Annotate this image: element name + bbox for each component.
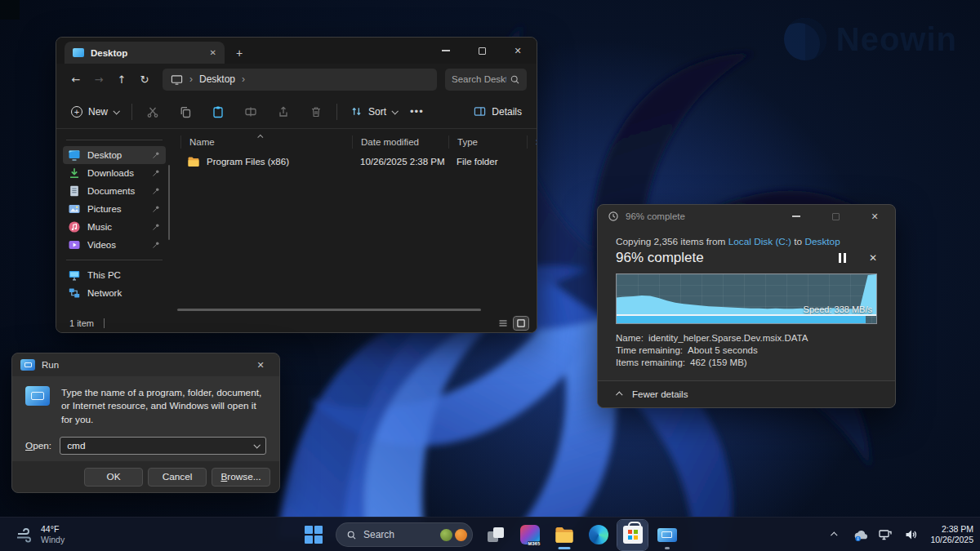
- chevron-right-icon: ›: [189, 73, 193, 85]
- store-icon: [623, 526, 643, 544]
- open-input[interactable]: [67, 440, 254, 451]
- tab-desktop[interactable]: Desktop ✕: [65, 42, 225, 64]
- share-button[interactable]: [271, 100, 296, 123]
- search-icon: [346, 530, 357, 540]
- sidebar-item-videos[interactable]: Videos: [63, 236, 166, 254]
- network-icon[interactable]: [876, 526, 894, 544]
- large-icons-view-button[interactable]: [514, 317, 528, 330]
- source-link[interactable]: Local Disk (C:): [728, 236, 791, 247]
- pin-icon: [151, 222, 161, 232]
- close-button[interactable]: ✕: [507, 41, 528, 60]
- new-button[interactable]: + New: [66, 103, 123, 121]
- explorer-toolbar: + New Sort ••• Details: [56, 95, 537, 129]
- start-button[interactable]: [298, 520, 328, 550]
- m365-copilot-button[interactable]: M365: [514, 520, 545, 550]
- minimize-button[interactable]: [786, 207, 807, 226]
- sidebar-item-desktop[interactable]: Desktop: [63, 146, 166, 164]
- new-tab-button[interactable]: +: [236, 47, 243, 60]
- desktop-screen: Neowin Desktop ✕ + ✕ ← → ↑ ↻ › De: [0, 0, 980, 551]
- sidebar-item-label: Desktop: [87, 150, 145, 160]
- run-dialog-title-bar[interactable]: Run ✕: [12, 353, 279, 376]
- details-pane-button[interactable]: Details: [469, 102, 527, 121]
- column-header-type[interactable]: Type: [448, 136, 527, 149]
- sidebar-item-label: Documents: [87, 186, 145, 196]
- volume-icon[interactable]: [902, 526, 920, 544]
- onedrive-icon[interactable]: [851, 526, 869, 544]
- more-options-button[interactable]: •••: [410, 105, 424, 118]
- file-list-area: Name Date modified Type Size Program Fil…: [171, 129, 537, 314]
- cancel-button[interactable]: Cancel: [148, 468, 207, 487]
- toolbar-divider: [131, 104, 132, 120]
- sidebar-item-this-pc[interactable]: This PC: [63, 266, 166, 284]
- back-button[interactable]: ←: [66, 69, 86, 89]
- maximize-button[interactable]: [471, 41, 492, 60]
- sidebar-item-music[interactable]: Music: [63, 218, 166, 236]
- sidebar-item-downloads[interactable]: Downloads: [63, 164, 166, 182]
- browse-button[interactable]: Browse...: [212, 468, 270, 487]
- paste-button[interactable]: [206, 100, 230, 123]
- forward-button[interactable]: →: [89, 69, 109, 89]
- file-date-modified: 10/26/2025 2:38 PM: [352, 157, 448, 167]
- tab-close-icon[interactable]: ✕: [210, 48, 216, 57]
- search-input[interactable]: [452, 74, 506, 84]
- details-view-button[interactable]: [496, 317, 510, 330]
- clock-date: 10/26/2025: [930, 535, 973, 545]
- open-combobox[interactable]: [60, 437, 266, 455]
- sidebar-scrollbar[interactable]: [168, 165, 170, 240]
- neowin-logo-icon: [784, 18, 826, 60]
- explorer-status-bar: 1 item: [56, 314, 537, 332]
- delete-button[interactable]: [304, 100, 328, 123]
- column-header-date-modified[interactable]: Date modified: [352, 136, 448, 149]
- plus-icon: +: [71, 106, 82, 118]
- pin-icon: [151, 240, 161, 250]
- weather-widget[interactable]: 44°F Windy: [10, 518, 69, 551]
- explorer-sidebar: DesktopDownloadsDocumentsPicturesMusicVi…: [56, 129, 171, 314]
- time-remaining-label: Time remaining:: [616, 344, 683, 357]
- breadcrumb-item[interactable]: Desktop: [199, 73, 235, 85]
- file-explorer-button[interactable]: [549, 520, 579, 550]
- pictures-icon: [68, 202, 81, 216]
- cancel-copy-button[interactable]: ✕: [869, 252, 877, 264]
- microsoft-store-button[interactable]: [617, 520, 648, 550]
- copy-button[interactable]: [173, 100, 198, 123]
- taskbar-search[interactable]: Search: [336, 522, 473, 547]
- close-button[interactable]: ✕: [250, 355, 271, 375]
- olive-icon: [440, 529, 452, 541]
- minimize-button[interactable]: [435, 41, 457, 60]
- taskbar-clock[interactable]: 2:38 PM 10/26/2025: [927, 524, 973, 545]
- ok-button[interactable]: OK: [84, 468, 143, 487]
- rename-button[interactable]: [238, 100, 263, 123]
- search-box[interactable]: [445, 69, 527, 91]
- pause-button[interactable]: [839, 253, 846, 263]
- sidebar-item-pictures[interactable]: Pictures: [63, 200, 166, 218]
- fewer-details-button[interactable]: Fewer details: [598, 380, 895, 407]
- ok-button-label: OK: [106, 471, 120, 482]
- this-pc-icon: [68, 269, 81, 282]
- sort-button[interactable]: Sort: [345, 102, 402, 121]
- task-view-button[interactable]: [480, 520, 510, 550]
- chevron-down-icon[interactable]: [253, 442, 260, 448]
- column-header-name[interactable]: Name: [180, 136, 352, 149]
- desktop-icon: [68, 149, 81, 162]
- edge-button[interactable]: [583, 520, 613, 550]
- horizontal-scrollbar[interactable]: [177, 309, 481, 311]
- breadcrumb[interactable]: › Desktop ›: [163, 69, 437, 91]
- file-rows: Program Files (x86)10/26/2025 2:38 PMFil…: [180, 152, 537, 171]
- up-button[interactable]: ↑: [112, 69, 131, 89]
- column-header-size[interactable]: Size: [527, 136, 537, 149]
- close-button[interactable]: ✕: [864, 207, 885, 226]
- file-type: File folder: [448, 157, 527, 167]
- run-taskbar-button[interactable]: [652, 520, 682, 550]
- maximize-button[interactable]: [825, 207, 846, 226]
- items-remaining-label: Items remaining:: [616, 357, 685, 369]
- refresh-button[interactable]: ↻: [135, 69, 154, 89]
- windows-logo-icon: [305, 526, 323, 544]
- destination-link[interactable]: Desktop: [804, 236, 840, 247]
- table-row[interactable]: Program Files (x86)10/26/2025 2:38 PMFil…: [180, 152, 537, 171]
- tray-overflow-button[interactable]: [826, 526, 844, 544]
- downloads-icon: [68, 167, 81, 180]
- cut-button[interactable]: [140, 100, 165, 123]
- sidebar-item-network[interactable]: Network: [63, 284, 166, 302]
- sidebar-item-documents[interactable]: Documents: [63, 182, 166, 200]
- copy-dialog-title-bar[interactable]: 96% complete ✕: [598, 205, 895, 228]
